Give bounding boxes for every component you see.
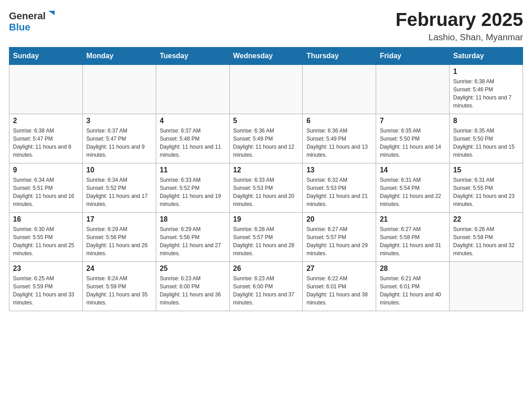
page-header: General Blue February 2025 Lashio, Shan,… xyxy=(9,9,523,43)
calendar-cell: 13Sunrise: 6:32 AM Sunset: 5:53 PM Dayli… xyxy=(303,163,376,213)
logo-arrow-icon xyxy=(47,9,56,19)
calendar-cell: 17Sunrise: 6:29 AM Sunset: 5:56 PM Dayli… xyxy=(82,213,156,262)
calendar-cell: 25Sunrise: 6:23 AM Sunset: 6:00 PM Dayli… xyxy=(156,262,229,311)
day-number: 8 xyxy=(453,117,519,125)
day-number: 19 xyxy=(233,215,299,223)
header-saturday: Saturday xyxy=(450,47,523,65)
day-number: 9 xyxy=(13,166,79,174)
header-thursday: Thursday xyxy=(303,47,376,65)
day-number: 24 xyxy=(86,265,152,273)
day-info: Sunrise: 6:23 AM Sunset: 6:00 PM Dayligh… xyxy=(160,274,226,307)
day-number: 11 xyxy=(160,166,226,174)
logo-blue-text: Blue xyxy=(9,21,30,33)
header-wednesday: Wednesday xyxy=(229,47,303,65)
day-info: Sunrise: 6:30 AM Sunset: 5:55 PM Dayligh… xyxy=(13,225,79,257)
logo-general-text: General xyxy=(9,10,46,22)
calendar-cell xyxy=(9,65,83,114)
day-info: Sunrise: 6:27 AM Sunset: 5:58 PM Dayligh… xyxy=(380,225,446,257)
calendar-cell: 23Sunrise: 6:25 AM Sunset: 5:59 PM Dayli… xyxy=(9,262,83,311)
calendar-cell: 10Sunrise: 6:34 AM Sunset: 5:52 PM Dayli… xyxy=(82,163,156,213)
calendar-cell: 8Sunrise: 6:35 AM Sunset: 5:50 PM Daylig… xyxy=(450,114,523,163)
day-info: Sunrise: 6:35 AM Sunset: 5:50 PM Dayligh… xyxy=(453,127,519,159)
day-number: 18 xyxy=(160,215,226,223)
day-info: Sunrise: 6:25 AM Sunset: 5:59 PM Dayligh… xyxy=(13,274,79,307)
calendar-cell: 6Sunrise: 6:36 AM Sunset: 5:49 PM Daylig… xyxy=(303,114,376,163)
day-info: Sunrise: 6:23 AM Sunset: 6:00 PM Dayligh… xyxy=(233,274,299,307)
location-title: Lashio, Shan, Myanmar xyxy=(395,32,523,43)
calendar-week-row: 1Sunrise: 6:38 AM Sunset: 5:46 PM Daylig… xyxy=(9,65,523,114)
calendar-cell: 24Sunrise: 6:24 AM Sunset: 5:59 PM Dayli… xyxy=(82,262,156,311)
day-info: Sunrise: 6:36 AM Sunset: 5:49 PM Dayligh… xyxy=(233,127,299,159)
calendar-cell: 12Sunrise: 6:33 AM Sunset: 5:53 PM Dayli… xyxy=(229,163,303,213)
logo: General Blue xyxy=(9,9,56,33)
day-number: 26 xyxy=(233,265,299,273)
day-number: 15 xyxy=(453,166,519,174)
calendar-cell xyxy=(82,65,156,114)
day-number: 1 xyxy=(453,68,519,76)
day-info: Sunrise: 6:32 AM Sunset: 5:53 PM Dayligh… xyxy=(306,176,372,208)
calendar-cell xyxy=(376,65,450,114)
calendar-cell: 19Sunrise: 6:28 AM Sunset: 5:57 PM Dayli… xyxy=(229,213,303,262)
day-info: Sunrise: 6:38 AM Sunset: 5:46 PM Dayligh… xyxy=(453,77,519,110)
calendar-table: Sunday Monday Tuesday Wednesday Thursday… xyxy=(9,47,523,311)
calendar-cell: 9Sunrise: 6:34 AM Sunset: 5:51 PM Daylig… xyxy=(9,163,83,213)
day-info: Sunrise: 6:36 AM Sunset: 5:49 PM Dayligh… xyxy=(306,127,372,159)
day-info: Sunrise: 6:33 AM Sunset: 5:52 PM Dayligh… xyxy=(160,176,226,208)
day-number: 28 xyxy=(380,265,446,273)
day-number: 3 xyxy=(86,117,152,125)
day-info: Sunrise: 6:37 AM Sunset: 5:48 PM Dayligh… xyxy=(160,127,226,159)
day-number: 12 xyxy=(233,166,299,174)
calendar-cell xyxy=(229,65,303,114)
svg-marker-0 xyxy=(48,11,55,15)
title-block: February 2025 Lashio, Shan, Myanmar xyxy=(395,9,523,43)
header-tuesday: Tuesday xyxy=(156,47,229,65)
day-number: 10 xyxy=(86,166,152,174)
day-number: 21 xyxy=(380,215,446,223)
day-number: 2 xyxy=(13,117,79,125)
calendar-cell: 21Sunrise: 6:27 AM Sunset: 5:58 PM Dayli… xyxy=(376,213,450,262)
day-info: Sunrise: 6:27 AM Sunset: 5:57 PM Dayligh… xyxy=(306,225,372,257)
day-number: 22 xyxy=(453,215,519,223)
calendar-cell xyxy=(450,262,523,311)
day-info: Sunrise: 6:34 AM Sunset: 5:51 PM Dayligh… xyxy=(13,176,79,208)
calendar-cell: 15Sunrise: 6:31 AM Sunset: 5:55 PM Dayli… xyxy=(450,163,523,213)
calendar-cell: 26Sunrise: 6:23 AM Sunset: 6:00 PM Dayli… xyxy=(229,262,303,311)
header-friday: Friday xyxy=(376,47,450,65)
calendar-cell: 3Sunrise: 6:37 AM Sunset: 5:47 PM Daylig… xyxy=(82,114,156,163)
calendar-cell: 28Sunrise: 6:21 AM Sunset: 6:01 PM Dayli… xyxy=(376,262,450,311)
day-number: 16 xyxy=(13,215,79,223)
day-info: Sunrise: 6:33 AM Sunset: 5:53 PM Dayligh… xyxy=(233,176,299,208)
day-info: Sunrise: 6:29 AM Sunset: 5:56 PM Dayligh… xyxy=(86,225,152,257)
day-info: Sunrise: 6:29 AM Sunset: 5:56 PM Dayligh… xyxy=(160,225,226,257)
calendar-cell: 22Sunrise: 6:26 AM Sunset: 5:58 PM Dayli… xyxy=(450,213,523,262)
day-info: Sunrise: 6:34 AM Sunset: 5:52 PM Dayligh… xyxy=(86,176,152,208)
day-info: Sunrise: 6:31 AM Sunset: 5:55 PM Dayligh… xyxy=(453,176,519,208)
calendar-cell: 20Sunrise: 6:27 AM Sunset: 5:57 PM Dayli… xyxy=(303,213,376,262)
calendar-week-row: 2Sunrise: 6:38 AM Sunset: 5:47 PM Daylig… xyxy=(9,114,523,163)
calendar-cell: 2Sunrise: 6:38 AM Sunset: 5:47 PM Daylig… xyxy=(9,114,83,163)
day-info: Sunrise: 6:21 AM Sunset: 6:01 PM Dayligh… xyxy=(380,274,446,307)
calendar-cell xyxy=(156,65,229,114)
calendar-cell: 5Sunrise: 6:36 AM Sunset: 5:49 PM Daylig… xyxy=(229,114,303,163)
day-number: 14 xyxy=(380,166,446,174)
day-info: Sunrise: 6:31 AM Sunset: 5:54 PM Dayligh… xyxy=(380,176,446,208)
day-info: Sunrise: 6:22 AM Sunset: 6:01 PM Dayligh… xyxy=(306,274,372,307)
day-number: 7 xyxy=(380,117,446,125)
calendar-week-row: 23Sunrise: 6:25 AM Sunset: 5:59 PM Dayli… xyxy=(9,262,523,311)
day-number: 13 xyxy=(306,166,372,174)
day-info: Sunrise: 6:26 AM Sunset: 5:58 PM Dayligh… xyxy=(453,225,519,257)
day-info: Sunrise: 6:38 AM Sunset: 5:47 PM Dayligh… xyxy=(13,127,79,159)
calendar-week-row: 16Sunrise: 6:30 AM Sunset: 5:55 PM Dayli… xyxy=(9,213,523,262)
calendar-cell: 4Sunrise: 6:37 AM Sunset: 5:48 PM Daylig… xyxy=(156,114,229,163)
calendar-cell: 1Sunrise: 6:38 AM Sunset: 5:46 PM Daylig… xyxy=(450,65,523,114)
header-sunday: Sunday xyxy=(9,47,83,65)
month-title: February 2025 xyxy=(395,9,523,30)
calendar-cell: 16Sunrise: 6:30 AM Sunset: 5:55 PM Dayli… xyxy=(9,213,83,262)
header-monday: Monday xyxy=(82,47,156,65)
day-info: Sunrise: 6:35 AM Sunset: 5:50 PM Dayligh… xyxy=(380,127,446,159)
day-number: 25 xyxy=(160,265,226,273)
weekday-header-row: Sunday Monday Tuesday Wednesday Thursday… xyxy=(9,47,523,65)
day-number: 20 xyxy=(306,215,372,223)
day-info: Sunrise: 6:28 AM Sunset: 5:57 PM Dayligh… xyxy=(233,225,299,257)
calendar-cell: 18Sunrise: 6:29 AM Sunset: 5:56 PM Dayli… xyxy=(156,213,229,262)
